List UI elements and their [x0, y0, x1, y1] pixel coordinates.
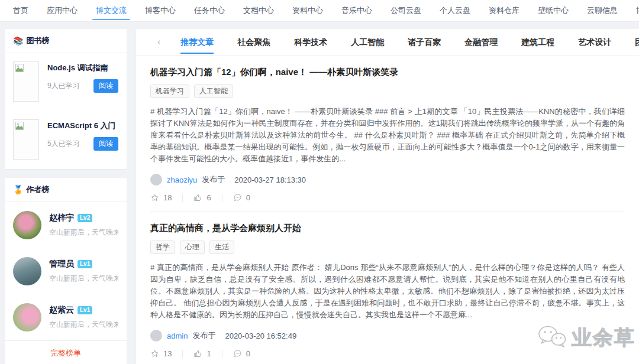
article-tag[interactable]: 哲学: [150, 240, 175, 254]
like-count: 1: [206, 349, 211, 358]
author-name[interactable]: 赵紫云: [49, 305, 74, 316]
author-name[interactable]: 管理员: [49, 259, 74, 269]
nav-item-doc-center[interactable]: 文档中心: [242, 0, 275, 21]
publish-time: 2020-03-20 16:52:49: [225, 332, 296, 340]
published-label: 发布于: [202, 174, 225, 185]
comment-count: 0: [246, 349, 250, 358]
article-title[interactable]: 真正的高情商，是从学会麻烦别人开始: [150, 223, 625, 234]
sidebar: 📚 图书榜 Node.js 调试指南 9人已学习 阅读: [5, 29, 127, 364]
tab-finance[interactable]: 金融管理: [464, 30, 498, 54]
author-item: 赵梓宇 Lv2 空山新雨后，天气晚来秋，...: [5, 202, 127, 248]
book-info: ECMAScript 6 入门 5人已学习 阅读: [47, 119, 118, 160]
level-badge: Lv2: [78, 214, 92, 222]
nav-item-company-cloud[interactable]: 公司云盘: [389, 0, 422, 21]
authors-ranking-title: 作者榜: [26, 184, 49, 195]
avatar[interactable]: [13, 211, 41, 239]
book-title[interactable]: Node.js 调试指南: [47, 63, 118, 73]
star-stat[interactable]: 13: [150, 349, 172, 358]
book-cover-placeholder[interactable]: [13, 61, 39, 102]
tab-philosophers[interactable]: 诸子百家: [408, 30, 441, 54]
read-button[interactable]: 阅读: [93, 137, 118, 151]
article-tag[interactable]: 机器学习: [150, 84, 189, 98]
like-stat[interactable]: 1: [193, 349, 211, 358]
tab-architecture[interactable]: 建筑工程: [521, 30, 554, 54]
comment-dots-icon: [233, 193, 242, 202]
star-stat[interactable]: 18: [150, 193, 172, 202]
books-ranking-header: 📚 图书榜: [5, 29, 127, 53]
nav-item-personal-cloud[interactable]: 个人云盘: [438, 0, 472, 21]
comment-stat[interactable]: 0: [233, 349, 250, 358]
star-count: 18: [163, 193, 172, 202]
book-item: ECMAScript 6 入门 5人已学习 阅读: [5, 111, 127, 169]
book-item: Node.js 调试指南 9人已学习 阅读: [5, 53, 127, 111]
level-badge: Lv1: [78, 306, 92, 314]
medal-icon: 🏅: [13, 185, 23, 194]
nav-item-wallpaper-center[interactable]: 壁纸中心: [537, 0, 570, 21]
star-count: 13: [163, 349, 172, 358]
like-count: 6: [206, 193, 211, 202]
top-nav: 首页 应用中心 博文交流 博客中心 任务中心 文档中心 资料中心 音乐中心 公司…: [0, 0, 639, 22]
book-info: Node.js 调试指南 9人已学习 阅读: [47, 61, 118, 102]
article-tag[interactable]: 生活: [209, 240, 234, 254]
nav-item-blog-exchange[interactable]: 博文交流: [95, 0, 128, 21]
author-signature: 空山新雨后，天气晚来秋，...: [49, 228, 118, 238]
nav-item-app-center[interactable]: 应用中心: [46, 0, 79, 21]
app: 首页 应用中心 博文交流 博客中心 任务中心 文档中心 资料中心 音乐中心 公司…: [0, 0, 639, 364]
authors-ranking-header: 🏅 作者榜: [5, 178, 127, 202]
author-item: 赵紫云 Lv1 空山新雨后，天气晚来秋，...: [5, 294, 127, 340]
tab-art-design[interactable]: 艺术设计: [578, 30, 611, 54]
published-label: 发布于: [192, 330, 215, 341]
thumbs-up-icon: [193, 193, 202, 202]
book-cover-placeholder[interactable]: [13, 119, 39, 160]
star-icon: [150, 193, 159, 202]
avatar[interactable]: [13, 257, 41, 285]
book-learners-count: 5人已学习: [47, 139, 80, 149]
nav-item-music-center[interactable]: 音乐中心: [340, 0, 373, 21]
article-item: 机器学习入门篇「12」你们啊，naive！ ——朴素贝叶斯谈笑录 机器学习 人工…: [150, 56, 625, 212]
author-avatar: [150, 330, 162, 342]
nav-menu: 首页 应用中心 博文交流 博客中心 任务中心 文档中心 资料中心 音乐中心 公司…: [12, 0, 639, 21]
books-ranking-card: 📚 图书榜 Node.js 调试指南 9人已学习 阅读: [5, 29, 127, 169]
book-learners-count: 9人已学习: [47, 81, 80, 91]
author-name[interactable]: 赵梓宇: [49, 213, 74, 223]
article-author-link[interactable]: zhaoziyu: [167, 176, 197, 184]
comment-count: 0: [246, 193, 250, 202]
nav-item-task-center[interactable]: 任务中心: [193, 0, 226, 21]
article-tag[interactable]: 人工智能: [194, 84, 233, 98]
full-ranking-link[interactable]: 完整榜单: [50, 349, 81, 358]
article-tag[interactable]: 心理: [180, 240, 205, 254]
article-author-link[interactable]: admin: [167, 332, 188, 340]
article-item: 真正的高情商，是从学会麻烦别人开始 哲学 心理 生活 # 真正的高情商，是从学会…: [150, 212, 625, 364]
broken-image-icon: [15, 122, 24, 130]
nav-item-cloud-chat[interactable]: 云聊信息: [586, 0, 619, 21]
author-item: 管理员 Lv1 空山新雨后，天气晚来秋，...: [5, 248, 127, 294]
tab-recommended[interactable]: 推荐文章: [180, 30, 214, 54]
tab-society[interactable]: 社会聚焦: [237, 30, 270, 54]
nav-item-blog-center-2[interactable]: 博客中心: [635, 0, 639, 21]
thumbs-up-icon: [193, 349, 202, 358]
author-avatar: [150, 174, 162, 186]
book-title[interactable]: ECMAScript 6 入门: [47, 121, 118, 131]
avatar[interactable]: [13, 303, 41, 332]
tab-science-tech[interactable]: 科学技术: [294, 30, 327, 54]
comment-dots-icon: [233, 349, 242, 358]
tab-team-culture[interactable]: 团队文化: [635, 30, 639, 54]
level-badge: Lv1: [78, 260, 92, 268]
article-title[interactable]: 机器学习入门篇「12」你们啊，naive！ ——朴素贝叶斯谈笑录: [150, 67, 625, 78]
nav-item-home[interactable]: 首页: [12, 0, 30, 21]
nav-item-blog-center[interactable]: 博客中心: [144, 0, 177, 21]
author-signature: 空山新雨后，天气晚来秋，...: [49, 320, 118, 330]
comment-stat[interactable]: 0: [233, 193, 250, 202]
author-signature: 空山新雨后，天气晚来秋，...: [49, 274, 118, 284]
nav-item-material-center[interactable]: 资料中心: [291, 0, 324, 21]
books-ranking-title: 图书榜: [26, 35, 49, 46]
like-stat[interactable]: 6: [193, 193, 211, 202]
page-content: 📚 图书榜 Node.js 调试指南 9人已学习 阅读: [0, 22, 639, 364]
nav-item-data-warehouse[interactable]: 资料仓库: [488, 0, 521, 21]
tabs-scroll-left-icon[interactable]: ‹: [149, 37, 169, 47]
article-list: 机器学习入门篇「12」你们啊，naive！ ——朴素贝叶斯谈笑录 机器学习 人工…: [136, 56, 639, 364]
read-button[interactable]: 阅读: [93, 79, 118, 93]
main-panel: ‹ 推荐文章 社会聚焦 科学技术 人工智能 诸子百家 金融管理 建筑工程 艺术设…: [136, 29, 639, 364]
article-excerpt: # 机器学习入门篇「12」你们啊，naive！ ——朴素贝叶斯谈笑录 ### 前…: [150, 106, 625, 165]
tab-ai[interactable]: 人工智能: [351, 30, 384, 54]
